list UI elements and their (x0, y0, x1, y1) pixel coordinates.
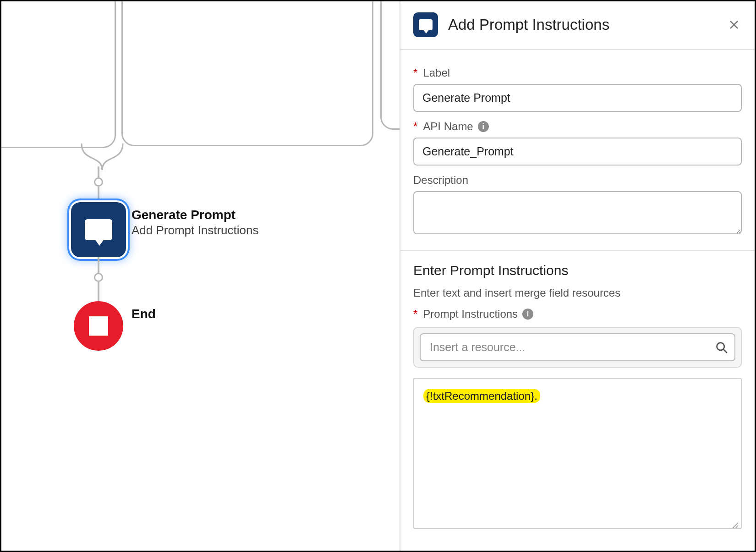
panel-divider (400, 250, 755, 251)
label-field-caption: *Label (413, 66, 742, 79)
flow-node-generate-prompt[interactable] (71, 202, 126, 257)
svg-point-2 (717, 342, 724, 350)
connector-port[interactable] (94, 273, 103, 282)
label-input[interactable] (413, 84, 742, 112)
canvas-pane (121, 1, 373, 146)
close-button[interactable] (726, 17, 742, 33)
connector-port[interactable] (94, 177, 103, 187)
resource-picker-bar (413, 327, 742, 368)
svg-line-6 (738, 528, 738, 528)
panel-title: Add Prompt Instructions (448, 16, 726, 33)
api-name-caption: *API Namei (413, 120, 742, 133)
merge-field-highlight: {!txtRecommendation}. (423, 389, 540, 403)
flow-node-end[interactable] (74, 301, 123, 351)
api-name-input[interactable] (413, 138, 742, 166)
connector-merge (79, 144, 125, 171)
prompt-section-heading: Enter Prompt Instructions (413, 263, 742, 278)
info-icon[interactable]: i (522, 309, 533, 320)
flow-canvas[interactable]: Generate Prompt Add Prompt Instructions … (1, 1, 400, 551)
svg-line-4 (733, 523, 738, 528)
flow-node-title: Generate Prompt (131, 208, 258, 222)
chat-icon (85, 219, 112, 240)
connector-line (98, 257, 99, 273)
canvas-pane (380, 1, 400, 130)
prompt-instructions-editor[interactable]: {!txtRecommendation}. (413, 378, 742, 529)
search-icon (715, 341, 728, 354)
svg-line-3 (723, 349, 727, 353)
panel-header: Add Prompt Instructions (400, 1, 755, 50)
description-caption: Description (413, 174, 742, 187)
prompt-instructions-caption: *Prompt Instructionsi (413, 308, 742, 320)
close-icon (729, 20, 739, 30)
connector-line (98, 187, 99, 202)
properties-panel: Add Prompt Instructions *Label *API Name… (400, 1, 755, 551)
connector-line (98, 282, 99, 304)
flow-node-end-label: End (131, 307, 156, 321)
resize-handle[interactable] (732, 519, 739, 526)
canvas-pane (1, 1, 116, 148)
chat-icon (419, 19, 433, 30)
resource-picker-input[interactable] (420, 333, 735, 361)
flow-node-subtitle: Add Prompt Instructions (131, 223, 258, 237)
info-icon[interactable]: i (478, 121, 489, 132)
flow-node-labels: Generate Prompt Add Prompt Instructions (131, 208, 258, 237)
prompt-section-help: Enter text and insert merge field resour… (413, 287, 742, 299)
stop-icon (89, 316, 108, 336)
description-input[interactable] (413, 191, 742, 234)
panel-header-icon (413, 12, 438, 37)
